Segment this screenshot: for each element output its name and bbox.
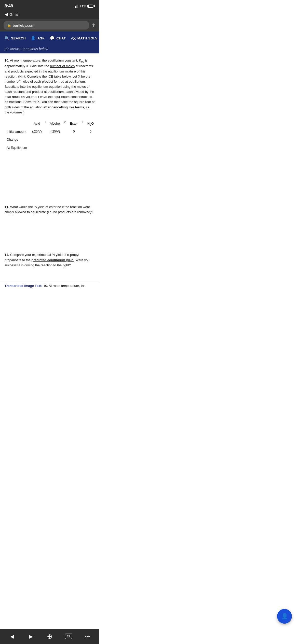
ice-table-row: Change	[5, 136, 97, 144]
ice-eq-acid	[30, 144, 44, 152]
nav-search-label: SEARCH	[11, 36, 26, 40]
question-11-text: 11. What would the % yield of ester be i…	[5, 204, 95, 215]
ice-change-acid	[30, 136, 44, 144]
ice-eq-ester	[67, 144, 80, 152]
battery-icon	[87, 5, 95, 8]
nav-ask[interactable]: 👤 ASK	[28, 32, 47, 45]
lte-label: LTE	[80, 4, 86, 8]
ice-eq-water	[84, 144, 97, 152]
ice-header-alcohol: Alcohol	[48, 120, 63, 128]
ice-header-acid: Acid	[30, 120, 44, 128]
ice-label-empty	[5, 120, 30, 128]
chat-icon: 💬	[50, 36, 55, 40]
blank-space-2	[5, 222, 95, 252]
ice-initial-acid: (.25/V)	[30, 128, 44, 136]
banner-text: plz answer questions below	[5, 47, 48, 51]
transcribed-label: Transcribed Image Text:	[5, 284, 43, 288]
ice-initial-ester: 0	[67, 128, 80, 136]
ice-plus-1: +	[44, 120, 48, 128]
nav-math-label: MATH SOLV	[77, 36, 98, 40]
ice-eq-alcohol	[48, 144, 63, 152]
lock-icon: 🔒	[7, 23, 11, 27]
ice-change-water	[84, 136, 97, 144]
signal-icon	[74, 4, 78, 8]
question-12-text: 12. Compare your experimental % yield of…	[5, 252, 95, 268]
ice-header-ester: Ester	[67, 120, 80, 128]
blank-space-1	[5, 159, 95, 204]
gmail-back[interactable]: ◀ Gmail	[0, 11, 99, 19]
search-nav-icon: 🔍	[5, 36, 10, 40]
page-content: plz answer questions below 10. At room t…	[0, 45, 99, 290]
nav-search[interactable]: 🔍 SEARCH	[2, 32, 28, 45]
ice-eq-label: At Equilibrium	[5, 144, 30, 152]
q11-number: 11.	[5, 205, 9, 209]
q10-number: 10.	[5, 58, 9, 62]
top-banner: plz answer questions below	[0, 45, 99, 53]
gmail-label: Gmail	[9, 12, 19, 17]
transcribed-text: 10. At room temperature, the	[43, 284, 85, 288]
ice-table: Acid + Alcohol ⇌ Ester + H2O Initial amo…	[5, 120, 97, 152]
nav-bar: 🔍 SEARCH 👤 ASK 💬 CHAT √x MATH SOLV	[0, 32, 99, 45]
nav-ask-label: ASK	[37, 36, 45, 40]
question-10-text: 10. At room temperature, the equilibrium…	[5, 58, 95, 115]
ice-plus-2: +	[80, 120, 84, 128]
transcribed-bar: Transcribed Image Text: 10. At room temp…	[0, 281, 99, 290]
ice-initial-alcohol: (.25/V)	[48, 128, 63, 136]
url-text: bartleby.com	[13, 23, 34, 27]
ice-change-alcohol	[48, 136, 63, 144]
question-12-block: 12. Compare your experimental % yield of…	[5, 252, 95, 268]
status-bar: 8:48 LTE	[0, 0, 99, 11]
main-content: 10. At room temperature, the equilibrium…	[0, 53, 99, 281]
ice-table-header: Acid + Alcohol ⇌ Ester + H2O	[5, 120, 97, 128]
ice-table-row: Initial amount (.25/V) (.25/V) 0 0	[5, 128, 97, 136]
question-10-block: 10. At room temperature, the equilibrium…	[5, 58, 95, 152]
share-icon[interactable]: ⬆	[91, 22, 96, 28]
url-bar-container: 🔒 bartleby.com ⬆	[0, 19, 99, 32]
ice-arrow: ⇌	[63, 120, 67, 128]
question-11-block: 11. What would the % yield of ester be i…	[5, 204, 95, 215]
nav-chat-label: CHAT	[56, 36, 66, 40]
ice-change-ester	[67, 136, 80, 144]
ice-table-row: At Equilibrium	[5, 144, 97, 152]
nav-math[interactable]: √x MATH SOLV	[69, 32, 100, 45]
ice-initial-water: 0	[84, 128, 97, 136]
ice-change-label: Change	[5, 136, 30, 144]
url-bar[interactable]: 🔒 bartleby.com	[4, 21, 89, 30]
ask-icon: 👤	[31, 36, 36, 40]
q12-number: 12.	[5, 253, 9, 257]
ice-initial-label: Initial amount	[5, 128, 30, 136]
math-icon: √x	[71, 36, 76, 40]
back-arrow-icon: ◀	[5, 12, 8, 17]
ice-header-water: H2O	[84, 120, 97, 128]
nav-chat[interactable]: 💬 CHAT	[47, 32, 69, 45]
status-time: 8:48	[5, 4, 13, 9]
status-right: LTE	[74, 4, 95, 8]
